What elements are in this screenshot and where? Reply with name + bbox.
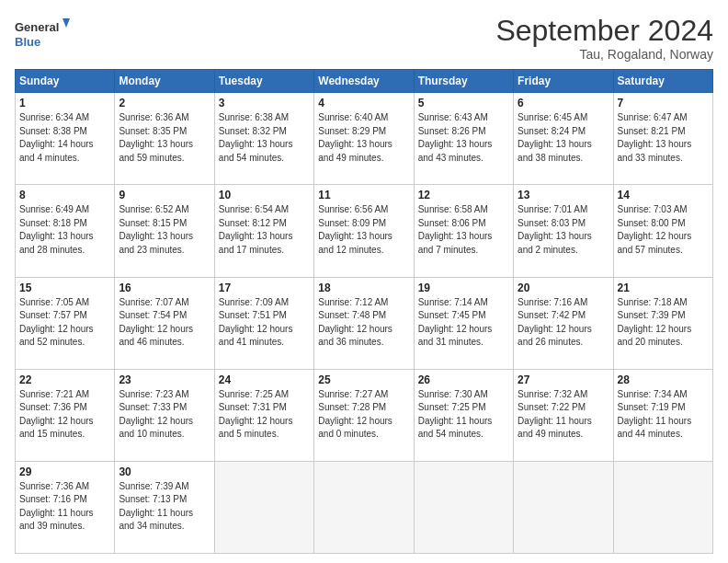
calendar-cell: 2Sunrise: 6:36 AM Sunset: 8:35 PM Daylig… [115, 93, 214, 185]
calendar-header-row: SundayMondayTuesdayWednesdayThursdayFrid… [16, 70, 713, 93]
calendar-cell: 23Sunrise: 7:23 AM Sunset: 7:33 PM Dayli… [115, 369, 214, 461]
day-info: Sunrise: 7:34 AM Sunset: 7:19 PM Dayligh… [618, 388, 709, 442]
calendar-cell: 13Sunrise: 7:01 AM Sunset: 8:03 PM Dayli… [514, 185, 613, 277]
day-number: 8 [19, 189, 110, 201]
calendar-cell: 8Sunrise: 6:49 AM Sunset: 8:18 PM Daylig… [16, 185, 115, 277]
calendar-cell [414, 461, 513, 553]
header-friday: Friday [514, 70, 613, 93]
calendar-cell: 3Sunrise: 6:38 AM Sunset: 8:32 PM Daylig… [214, 93, 313, 185]
day-info: Sunrise: 6:45 AM Sunset: 8:24 PM Dayligh… [518, 111, 609, 165]
day-number: 4 [318, 97, 409, 109]
calendar-cell [514, 461, 613, 553]
calendar-cell: 26Sunrise: 7:30 AM Sunset: 7:25 PM Dayli… [414, 369, 513, 461]
header-sunday: Sunday [16, 70, 115, 93]
day-info: Sunrise: 7:09 AM Sunset: 7:51 PM Dayligh… [219, 296, 310, 350]
calendar-cell [214, 461, 313, 553]
day-number: 17 [219, 282, 310, 294]
day-info: Sunrise: 6:40 AM Sunset: 8:29 PM Dayligh… [318, 111, 409, 165]
logo: General Blue [15, 15, 70, 55]
day-number: 15 [19, 282, 110, 294]
calendar-cell: 28Sunrise: 7:34 AM Sunset: 7:19 PM Dayli… [613, 369, 712, 461]
calendar-cell: 17Sunrise: 7:09 AM Sunset: 7:51 PM Dayli… [214, 277, 313, 369]
day-info: Sunrise: 7:14 AM Sunset: 7:45 PM Dayligh… [418, 296, 509, 350]
day-info: Sunrise: 7:01 AM Sunset: 8:03 PM Dayligh… [518, 203, 609, 257]
calendar-cell: 19Sunrise: 7:14 AM Sunset: 7:45 PM Dayli… [414, 277, 513, 369]
day-info: Sunrise: 7:25 AM Sunset: 7:31 PM Dayligh… [219, 388, 310, 442]
header-tuesday: Tuesday [214, 70, 313, 93]
calendar-cell: 16Sunrise: 7:07 AM Sunset: 7:54 PM Dayli… [115, 277, 214, 369]
day-number: 6 [518, 97, 609, 109]
day-info: Sunrise: 6:38 AM Sunset: 8:32 PM Dayligh… [219, 111, 310, 165]
day-number: 12 [418, 189, 509, 201]
day-info: Sunrise: 6:47 AM Sunset: 8:21 PM Dayligh… [618, 111, 709, 165]
day-number: 11 [318, 189, 409, 201]
day-number: 19 [418, 282, 509, 294]
header-saturday: Saturday [613, 70, 712, 93]
header-wednesday: Wednesday [314, 70, 414, 93]
day-info: Sunrise: 7:30 AM Sunset: 7:25 PM Dayligh… [418, 388, 509, 442]
calendar-table: SundayMondayTuesdayWednesdayThursdayFrid… [15, 69, 713, 554]
day-number: 10 [219, 189, 310, 201]
calendar-cell: 25Sunrise: 7:27 AM Sunset: 7:28 PM Dayli… [314, 369, 414, 461]
header-thursday: Thursday [414, 70, 513, 93]
calendar-cell: 5Sunrise: 6:43 AM Sunset: 8:26 PM Daylig… [414, 93, 513, 185]
svg-text:Blue: Blue [15, 35, 40, 49]
calendar-cell: 12Sunrise: 6:58 AM Sunset: 8:06 PM Dayli… [414, 185, 513, 277]
day-info: Sunrise: 7:18 AM Sunset: 7:39 PM Dayligh… [618, 296, 709, 350]
day-number: 20 [518, 282, 609, 294]
calendar-cell: 18Sunrise: 7:12 AM Sunset: 7:48 PM Dayli… [314, 277, 414, 369]
header-monday: Monday [115, 70, 214, 93]
day-number: 14 [618, 189, 709, 201]
week-row-2: 8Sunrise: 6:49 AM Sunset: 8:18 PM Daylig… [16, 185, 713, 277]
day-info: Sunrise: 6:43 AM Sunset: 8:26 PM Dayligh… [418, 111, 509, 165]
day-info: Sunrise: 6:36 AM Sunset: 8:35 PM Dayligh… [119, 111, 210, 165]
day-info: Sunrise: 7:16 AM Sunset: 7:42 PM Dayligh… [518, 296, 609, 350]
calendar-cell: 22Sunrise: 7:21 AM Sunset: 7:36 PM Dayli… [16, 369, 115, 461]
day-number: 28 [618, 373, 709, 386]
day-info: Sunrise: 7:21 AM Sunset: 7:36 PM Dayligh… [19, 388, 110, 442]
page-header: General Blue September 2024 Tau, Rogalan… [15, 15, 713, 62]
day-info: Sunrise: 6:54 AM Sunset: 8:12 PM Dayligh… [219, 203, 310, 257]
day-info: Sunrise: 7:23 AM Sunset: 7:33 PM Dayligh… [119, 388, 210, 442]
day-number: 13 [518, 189, 609, 201]
day-number: 18 [318, 282, 409, 294]
calendar-cell: 30Sunrise: 7:39 AM Sunset: 7:13 PM Dayli… [115, 461, 214, 553]
day-info: Sunrise: 7:05 AM Sunset: 7:57 PM Dayligh… [19, 296, 110, 350]
day-number: 27 [518, 373, 609, 386]
day-info: Sunrise: 6:34 AM Sunset: 8:38 PM Dayligh… [19, 111, 110, 165]
day-info: Sunrise: 7:12 AM Sunset: 7:48 PM Dayligh… [318, 296, 409, 350]
day-info: Sunrise: 7:32 AM Sunset: 7:22 PM Dayligh… [518, 388, 609, 442]
calendar-cell: 20Sunrise: 7:16 AM Sunset: 7:42 PM Dayli… [514, 277, 613, 369]
day-number: 3 [219, 97, 310, 109]
day-info: Sunrise: 6:58 AM Sunset: 8:06 PM Dayligh… [418, 203, 509, 257]
week-row-5: 29Sunrise: 7:36 AM Sunset: 7:16 PM Dayli… [16, 461, 713, 553]
calendar-cell [314, 461, 414, 553]
calendar-cell: 24Sunrise: 7:25 AM Sunset: 7:31 PM Dayli… [214, 369, 313, 461]
title-block: September 2024 Tau, Rogaland, Norway [495, 15, 713, 62]
week-row-4: 22Sunrise: 7:21 AM Sunset: 7:36 PM Dayli… [16, 369, 713, 461]
day-number: 9 [119, 189, 210, 201]
day-number: 21 [618, 282, 709, 294]
calendar-cell: 11Sunrise: 6:56 AM Sunset: 8:09 PM Dayli… [314, 185, 414, 277]
calendar-cell: 7Sunrise: 6:47 AM Sunset: 8:21 PM Daylig… [613, 93, 712, 185]
page-title: September 2024 [495, 15, 713, 47]
page-subtitle: Tau, Rogaland, Norway [495, 47, 713, 62]
day-number: 2 [119, 97, 210, 109]
week-row-3: 15Sunrise: 7:05 AM Sunset: 7:57 PM Dayli… [16, 277, 713, 369]
calendar-cell: 6Sunrise: 6:45 AM Sunset: 8:24 PM Daylig… [514, 93, 613, 185]
day-info: Sunrise: 7:36 AM Sunset: 7:16 PM Dayligh… [19, 480, 110, 534]
day-number: 25 [318, 373, 409, 386]
day-number: 30 [119, 465, 210, 478]
week-row-1: 1Sunrise: 6:34 AM Sunset: 8:38 PM Daylig… [16, 93, 713, 185]
day-info: Sunrise: 6:49 AM Sunset: 8:18 PM Dayligh… [19, 203, 110, 257]
day-number: 26 [418, 373, 509, 386]
day-info: Sunrise: 7:27 AM Sunset: 7:28 PM Dayligh… [318, 388, 409, 442]
calendar-cell: 29Sunrise: 7:36 AM Sunset: 7:16 PM Dayli… [16, 461, 115, 553]
day-number: 29 [19, 465, 110, 478]
calendar-cell: 15Sunrise: 7:05 AM Sunset: 7:57 PM Dayli… [16, 277, 115, 369]
calendar-cell: 9Sunrise: 6:52 AM Sunset: 8:15 PM Daylig… [115, 185, 214, 277]
day-number: 24 [219, 373, 310, 386]
calendar-cell: 10Sunrise: 6:54 AM Sunset: 8:12 PM Dayli… [214, 185, 313, 277]
calendar-cell: 14Sunrise: 7:03 AM Sunset: 8:00 PM Dayli… [613, 185, 712, 277]
day-number: 23 [119, 373, 210, 386]
